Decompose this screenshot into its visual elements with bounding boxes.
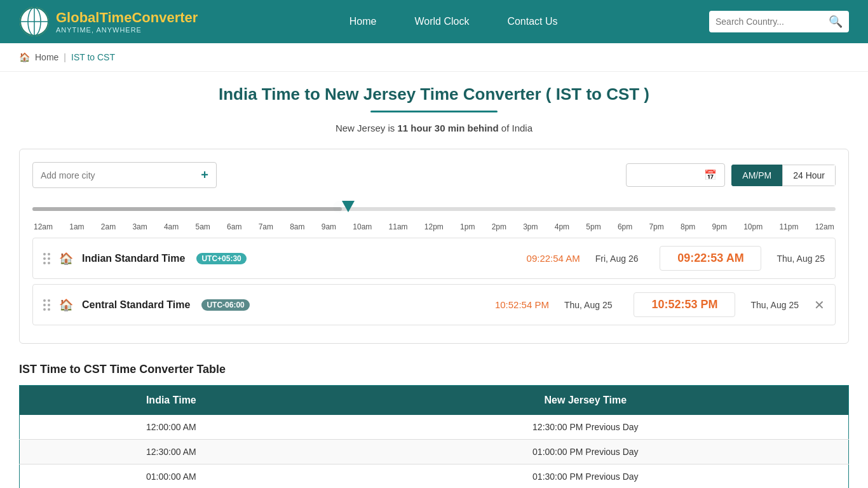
date-input[interactable]: 25 Aug, 2022	[634, 170, 698, 180]
tz-name-ist: Indian Standard Time	[82, 253, 185, 264]
tz-clock-date-ist: Thu, Aug 25	[776, 254, 825, 264]
table-title: IST Time to CST Time Converter Table	[19, 363, 849, 376]
drag-handle-cst[interactable]	[43, 299, 50, 311]
breadcrumb-current: IST to CST	[71, 52, 115, 62]
tz-badge-cst: UTC-06:00	[201, 299, 249, 311]
nav-home[interactable]: Home	[349, 16, 377, 27]
subtitle: New Jersey is 11 hour 30 min behind of I…	[19, 123, 849, 133]
search-icon: 🔍	[829, 15, 843, 28]
page-title: India Time to New Jersey Time Converter …	[19, 85, 849, 104]
add-city-button[interactable]: +	[201, 168, 208, 182]
tz-current-date-cst: Thu, Aug 25	[564, 300, 613, 310]
tz-clock-date-cst: Thu, Aug 25	[750, 300, 799, 310]
search-input[interactable]	[715, 17, 829, 27]
tz-clock-ist: 09:22:53 AM	[660, 246, 761, 271]
tz-current-date-ist: Fri, Aug 26	[595, 254, 639, 264]
format-toggle: AM/PM 24 Hour	[731, 165, 836, 186]
tz-current-time-ist: 09:22:54 AM	[527, 253, 580, 264]
breadcrumb-separator: |	[64, 52, 66, 62]
time-row-cst: 🏠 Central Standard Time UTC-06:00 10:52:…	[32, 284, 836, 325]
table-row: 12:30:00 AM01:00:00 PM Previous Day	[20, 440, 849, 464]
date-picker: 25 Aug, 2022 📅	[626, 163, 725, 187]
nj-time-cell: 01:30:00 PM Previous Day	[323, 464, 849, 489]
time-rows: 🏠 Indian Standard Time UTC+05:30 09:22:5…	[32, 238, 836, 325]
india-time-cell: 12:00:00 AM	[20, 415, 323, 440]
breadcrumb: 🏠 Home | IST to CST	[0, 43, 868, 72]
subtitle-highlight: 11 hour 30 min behind	[397, 123, 498, 133]
converter-widget: + 25 Aug, 2022 📅 AM/PM 24 Hour	[19, 149, 849, 344]
table-row: 12:00:00 AM12:30:00 PM Previous Day	[20, 415, 849, 440]
add-city-field: +	[32, 162, 217, 188]
time-row-ist: 🏠 Indian Standard Time UTC+05:30 09:22:5…	[32, 238, 836, 279]
delete-cst-button[interactable]: ✕	[814, 297, 825, 313]
tz-badge-ist: UTC+05:30	[196, 253, 246, 264]
india-time-cell: 12:30:00 AM	[20, 440, 323, 464]
nj-time-cell: 12:30:00 PM Previous Day	[323, 415, 849, 440]
nav-world-clock[interactable]: World Clock	[414, 16, 469, 27]
subtitle-prefix: New Jersey is	[336, 123, 398, 133]
table-row: 01:00:00 AM01:30:00 PM Previous Day	[20, 464, 849, 489]
home-icon: 🏠	[19, 52, 30, 62]
search-bar: 🔍	[709, 11, 849, 32]
nav-links: Home World Clock Contact Us	[198, 16, 709, 27]
drag-handle-ist[interactable]	[43, 253, 50, 264]
calendar-icon: 📅	[704, 169, 717, 181]
time-labels: 12am 1am 2am 3am 4am 5am 6am 7am 8am 9am…	[32, 222, 836, 231]
logo[interactable]: GlobalTimeConverter ANYTIME, ANYWHERE	[19, 6, 198, 37]
tz-current-time-cst: 10:52:54 PM	[495, 299, 549, 310]
tz-clock-cst: 10:52:53 PM	[634, 292, 735, 317]
nj-time-cell: 01:00:00 PM Previous Day	[323, 440, 849, 464]
brand-name: GlobalTimeConverter	[56, 10, 198, 26]
col-india-time: India Time	[20, 386, 323, 416]
title-underline	[370, 111, 498, 112]
home-icon-ist: 🏠	[59, 252, 73, 266]
date-format-controls: 25 Aug, 2022 📅 AM/PM 24 Hour	[626, 163, 836, 187]
search-button[interactable]: 🔍	[829, 15, 843, 29]
converter-table-section: IST Time to CST Time Converter Table Ind…	[19, 363, 849, 488]
nav-contact-us[interactable]: Contact Us	[507, 16, 557, 27]
table-header-row: India Time New Jersey Time	[20, 386, 849, 416]
main-content: India Time to New Jersey Time Converter …	[0, 72, 868, 488]
brand-tagline: ANYTIME, ANYWHERE	[56, 26, 198, 34]
india-time-cell: 01:00:00 AM	[20, 464, 323, 489]
home-icon-cst: 🏠	[59, 298, 73, 312]
time-slider-container	[32, 200, 836, 219]
subtitle-suffix: of India	[499, 123, 532, 133]
col-nj-time: New Jersey Time	[323, 386, 849, 416]
slider-thumb-arrow	[342, 201, 355, 212]
breadcrumb-home[interactable]: Home	[35, 52, 58, 62]
ampm-button[interactable]: AM/PM	[731, 165, 782, 186]
navbar: GlobalTimeConverter ANYTIME, ANYWHERE Ho…	[0, 0, 868, 43]
add-city-input[interactable]	[41, 170, 196, 180]
table-body: 12:00:00 AM12:30:00 PM Previous Day12:30…	[20, 415, 849, 488]
24h-button[interactable]: 24 Hour	[782, 165, 836, 186]
widget-controls-row: + 25 Aug, 2022 📅 AM/PM 24 Hour	[32, 162, 836, 188]
time-slider[interactable]	[32, 205, 836, 209]
tz-name-cst: Central Standard Time	[82, 299, 190, 311]
converter-table: India Time New Jersey Time 12:00:00 AM12…	[19, 385, 849, 488]
